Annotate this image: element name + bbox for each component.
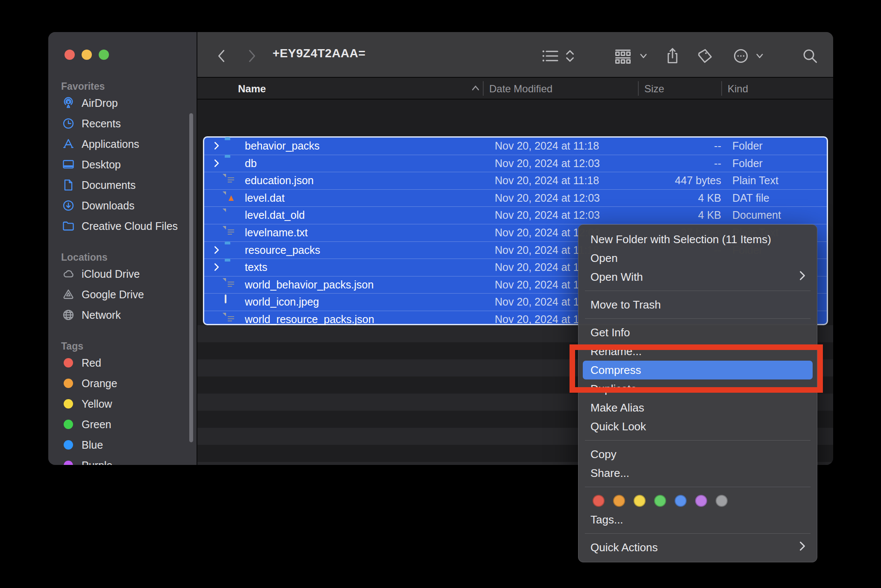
sidebar-item-google-drive[interactable]: Google Drive <box>48 284 189 305</box>
tags-button[interactable] <box>696 47 714 65</box>
menu-item-label: Open With <box>590 270 643 284</box>
column-kind[interactable]: Kind <box>728 83 748 95</box>
disclosure-chevron-icon[interactable] <box>214 141 220 152</box>
menu-separator <box>585 487 811 487</box>
downloads-icon <box>61 198 76 213</box>
table-row[interactable]: behavior_packs Nov 20, 2024 at 11:18 -- … <box>204 138 827 155</box>
close-button[interactable] <box>65 50 75 60</box>
file-name: resource_packs <box>245 244 320 256</box>
table-row[interactable]: level.dat Nov 20, 2024 at 12:03 4 KB DAT… <box>204 189 827 207</box>
tag-color-dot[interactable] <box>695 495 707 507</box>
file-kind: Plain Text <box>732 174 778 187</box>
table-row[interactable]: db Nov 20, 2024 at 12:03 -- Folder <box>204 155 827 172</box>
recents-icon <box>61 116 76 131</box>
sidebar-item-documents[interactable]: Documents <box>48 175 189 195</box>
sidebar-section: Favorites AirDrop Recents Applications D… <box>48 80 189 236</box>
menu-item-open[interactable]: Open <box>579 249 817 268</box>
more-actions-button[interactable] <box>732 47 749 65</box>
column-divider[interactable] <box>638 81 639 96</box>
menu-item-open-with[interactable]: Open With <box>579 268 817 286</box>
menu-item-tags[interactable]: Tags... <box>579 510 817 529</box>
group-by-chevron[interactable] <box>635 47 652 65</box>
minimize-button[interactable] <box>82 50 92 60</box>
group-by-button[interactable] <box>614 47 631 65</box>
menu-item-label: Quick Look <box>590 420 646 433</box>
forward-button[interactable] <box>244 47 261 65</box>
zoom-button[interactable] <box>99 50 109 60</box>
sidebar-item-network[interactable]: Network <box>48 305 189 325</box>
image-icon <box>225 295 239 308</box>
back-button[interactable] <box>213 47 230 65</box>
sidebar-item-red[interactable]: Red <box>48 353 189 373</box>
table-row[interactable]: education.json Nov 20, 2024 at 11:18 447… <box>204 172 827 189</box>
sidebar-item-label: Yellow <box>82 398 112 410</box>
tag-color-dot[interactable] <box>654 495 666 507</box>
chevron-left-icon <box>216 49 226 63</box>
menu-item-share[interactable]: Share... <box>579 464 817 482</box>
sidebar-item-creative-cloud-files[interactable]: Creative Cloud Files <box>48 216 189 236</box>
menu-item-new-folder-with-selection-11-items[interactable]: New Folder with Selection (11 Items) <box>579 230 817 249</box>
sidebar-item-downloads[interactable]: Downloads <box>48 195 189 216</box>
file-size: -- <box>610 157 721 170</box>
menu-item-make-alias[interactable]: Make Alias <box>579 398 817 417</box>
share-button[interactable] <box>664 47 681 65</box>
view-mode-button[interactable] <box>542 47 559 65</box>
view-mode-stepper[interactable] <box>561 47 579 65</box>
menu-item-label: Share... <box>590 467 629 480</box>
sidebar-item-green[interactable]: Green <box>48 414 189 435</box>
table-row[interactable]: level.dat_old Nov 20, 2024 at 12:03 4 KB… <box>204 206 827 224</box>
sidebar-item-label: Recents <box>82 118 121 130</box>
disclosure-chevron-icon[interactable] <box>214 263 220 273</box>
sidebar-item-desktop[interactable]: Desktop <box>48 154 189 175</box>
sidebar-item-airdrop[interactable]: AirDrop <box>48 93 189 113</box>
menu-item-copy[interactable]: Copy <box>579 445 817 464</box>
more-actions-chevron[interactable] <box>751 47 768 65</box>
disclosure-chevron-icon[interactable] <box>214 246 220 256</box>
folder-icon <box>225 261 239 273</box>
tag-color-dot[interactable] <box>593 495 605 507</box>
tag-color-dot[interactable] <box>716 495 728 507</box>
sidebar-item-recents[interactable]: Recents <box>48 113 189 134</box>
tag-dot-icon <box>61 376 76 391</box>
menu-item-move-to-trash[interactable]: Move to Trash <box>579 295 817 314</box>
tag-color-dot[interactable] <box>675 495 687 507</box>
menu-item-quick-look[interactable]: Quick Look <box>579 417 817 436</box>
submenu-chevron-icon <box>799 270 806 284</box>
file-name: world_icon.jpeg <box>245 296 319 308</box>
file-name: levelname.txt <box>245 226 308 239</box>
sidebar-item-applications[interactable]: Applications <box>48 134 189 154</box>
menu-item-quick-actions[interactable]: Quick Actions <box>579 538 817 557</box>
column-name[interactable]: Name <box>238 83 266 95</box>
sidebar-item-orange[interactable]: Orange <box>48 373 189 394</box>
column-size[interactable]: Size <box>644 83 664 95</box>
tag-icon <box>697 48 713 64</box>
sidebar-scrollbar[interactable] <box>189 113 193 442</box>
share-icon <box>665 47 680 65</box>
folder-icon <box>61 219 76 233</box>
search-button[interactable] <box>802 47 819 65</box>
file-name: world_behavior_packs.json <box>245 279 374 291</box>
sidebar-item-yellow[interactable]: Yellow <box>48 394 189 414</box>
menu-tag-colors <box>579 491 817 510</box>
file-name: world_resource_packs.json <box>245 313 374 326</box>
applications-icon <box>61 137 76 151</box>
sidebar-item-purple[interactable]: Purple <box>48 455 189 465</box>
tag-color-dot[interactable] <box>634 495 646 507</box>
window-title: +EY9Z4T2AAA= <box>273 47 366 60</box>
menu-item-get-info[interactable]: Get Info <box>579 323 817 342</box>
documents-icon <box>61 178 76 192</box>
column-divider[interactable] <box>721 81 722 96</box>
disclosure-chevron-icon[interactable] <box>214 159 220 169</box>
sidebar-item-label: Blue <box>82 439 103 451</box>
sidebar-item-label: Desktop <box>82 159 121 171</box>
sidebar-item-icloud-drive[interactable]: iCloud Drive <box>48 264 189 284</box>
list-view-icon <box>542 49 559 63</box>
file-name: behavior_packs <box>245 140 320 152</box>
sidebar-item-blue[interactable]: Blue <box>48 435 189 455</box>
column-date-modified[interactable]: Date Modified <box>489 83 552 95</box>
tag-color-dot[interactable] <box>613 495 625 507</box>
sidebar-item-label: Downloads <box>82 200 135 212</box>
toolbar: +EY9Z4T2AAA= <box>197 32 833 78</box>
column-divider[interactable] <box>483 81 484 96</box>
search-icon <box>802 48 818 64</box>
